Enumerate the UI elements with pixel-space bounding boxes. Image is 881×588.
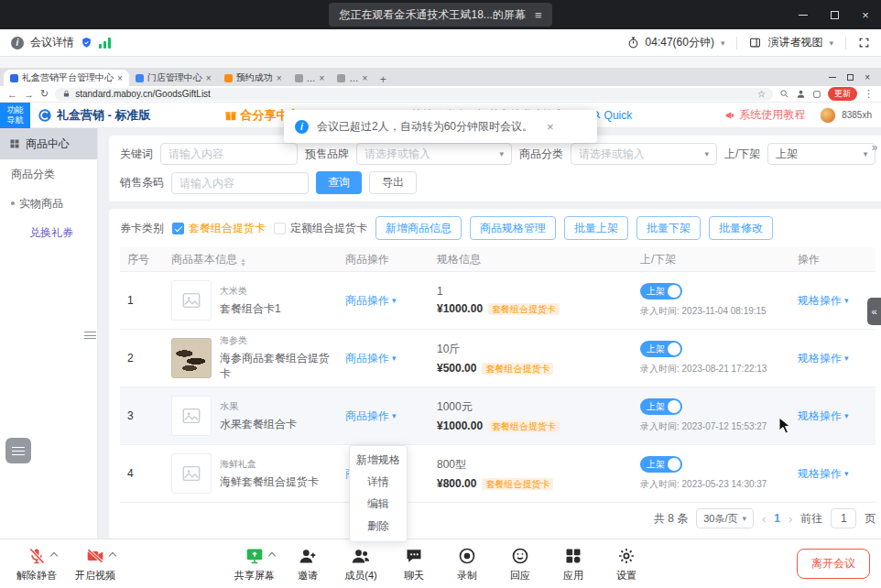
browser-minimize-button[interactable]: [829, 77, 836, 78]
checkbox-combo-card[interactable]: 套餐组合提货卡: [172, 221, 266, 236]
spec-operation-dropdown[interactable]: 规格操作▾: [798, 351, 849, 366]
spec-operation-dropdown[interactable]: 规格操作▾: [798, 293, 849, 309]
view-mode-label[interactable]: 演讲者视图: [767, 35, 822, 50]
meeting-detail-link[interactable]: 会议详情: [30, 35, 74, 50]
video-options-expander[interactable]: [109, 551, 116, 559]
search-button[interactable]: 查询: [316, 171, 362, 194]
bookmark-star-icon[interactable]: ☆: [757, 89, 766, 99]
leave-meeting-button[interactable]: 离开会议: [797, 549, 870, 579]
sidebar-item-gift-vouchers[interactable]: 兑换礼券: [0, 218, 97, 247]
browser-menu-icon[interactable]: ⋮: [864, 88, 874, 100]
maximize-button[interactable]: [819, 0, 850, 29]
barcode-input[interactable]: [171, 172, 309, 194]
members-button[interactable]: 成员(4): [335, 546, 386, 583]
menu-item-delete[interactable]: 删除: [350, 516, 407, 538]
browser-tab-active[interactable]: 礼盒营销平台管理中心 ×: [4, 70, 129, 86]
forward-button[interactable]: →: [24, 89, 34, 100]
toast-close-icon[interactable]: ×: [547, 120, 554, 134]
new-tab-button[interactable]: +: [375, 73, 390, 86]
extensions-icon[interactable]: [812, 90, 821, 99]
tab-close-icon[interactable]: ×: [277, 73, 282, 83]
current-page[interactable]: 1: [774, 512, 780, 525]
apps-button[interactable]: 应用: [548, 546, 599, 583]
unmute-button[interactable]: 解除静音: [11, 546, 62, 583]
profile-icon[interactable]: [796, 89, 806, 99]
sidebar-section-product-center[interactable]: 商品中心: [0, 128, 97, 159]
menu-item-detail[interactable]: 详情: [350, 472, 407, 494]
batch-on-shelf-button[interactable]: 批量上架: [564, 216, 628, 240]
minimize-button[interactable]: [788, 0, 819, 29]
browser-tab[interactable]: … ×: [288, 70, 332, 86]
tab-close-icon[interactable]: ×: [117, 73, 123, 83]
shelf-cell: 上架 录入时间: 2023-05-23 14:30:37: [633, 456, 790, 491]
back-button[interactable]: ←: [7, 89, 17, 100]
page-size-select[interactable]: 30条/页 ▾: [696, 508, 754, 528]
share-screen-button[interactable]: 共享屏幕: [229, 546, 280, 583]
refresh-button[interactable]: ↻: [40, 88, 49, 100]
spec-operation-dropdown[interactable]: 规格操作▾: [798, 408, 849, 424]
batch-off-shelf-button[interactable]: 批量下架: [636, 216, 701, 240]
add-product-button[interactable]: 新增商品信息: [375, 216, 462, 240]
fullscreen-icon[interactable]: [858, 37, 870, 49]
batch-edit-button[interactable]: 批量修改: [709, 216, 773, 240]
next-page-button[interactable]: ›: [789, 512, 792, 526]
tab-close-icon[interactable]: ×: [362, 73, 367, 83]
close-button[interactable]: ×: [850, 0, 881, 29]
spec-operation-dropdown[interactable]: 规格操作▾: [798, 466, 849, 482]
tutorial-link[interactable]: 系统使用教程: [724, 107, 805, 123]
sidebar-item-categories[interactable]: 商品分类: [0, 159, 97, 189]
prev-page-button[interactable]: ‹: [762, 512, 766, 526]
right-panel-handle[interactable]: «: [867, 298, 881, 325]
settings-button[interactable]: 设置: [601, 546, 652, 583]
zoom-icon[interactable]: [779, 89, 789, 99]
spec-manage-button[interactable]: 商品规格管理: [470, 216, 556, 240]
product-operation-dropdown[interactable]: 商品操作▾: [345, 351, 397, 366]
chat-button[interactable]: 聊天: [388, 546, 440, 583]
shelf-select[interactable]: 上架 ▾: [767, 143, 876, 165]
start-video-button[interactable]: 开启视频: [70, 546, 121, 583]
banner-menu-icon[interactable]: ≡: [535, 8, 542, 22]
invite-button[interactable]: 邀请: [282, 546, 333, 583]
mic-options-expander[interactable]: [50, 551, 58, 559]
checkbox-fixed-card[interactable]: 定额组合提货卡: [274, 221, 367, 236]
browser-tab[interactable]: … ×: [331, 70, 374, 86]
function-nav-button[interactable]: 功能 导航: [0, 103, 30, 128]
sidebar-collapse-handle[interactable]: [84, 332, 96, 339]
record-button[interactable]: 录制: [441, 546, 493, 583]
product-image-placeholder: [171, 280, 212, 321]
export-button[interactable]: 导出: [369, 171, 417, 194]
address-input[interactable]: standard.maboy.cn/GoodsGiftList ☆: [55, 88, 773, 101]
shelf-toggle[interactable]: 上架: [640, 398, 682, 415]
browser-update-badge[interactable]: 更新: [828, 87, 857, 101]
shelf-toggle[interactable]: 上架: [640, 456, 682, 473]
brand-select[interactable]: 请选择或输入 ▾: [356, 143, 512, 165]
table-row: 1 大米类套餐组合卡1 商品操作▾ 1 ¥1000.00套餐组合提货卡 上架: [120, 272, 876, 330]
browser-tab[interactable]: 预约成功 ×: [218, 70, 288, 86]
tab-close-icon[interactable]: ×: [320, 73, 325, 83]
header-info[interactable]: 商品基本信息▲▼: [164, 252, 338, 267]
browser-close-button[interactable]: ×: [865, 72, 870, 82]
menu-item-add-spec[interactable]: 新增规格: [350, 450, 407, 472]
avatar[interactable]: [820, 107, 836, 124]
tab-close-icon[interactable]: ×: [206, 73, 212, 83]
browser-tab[interactable]: 门店管理中心 ×: [129, 70, 218, 86]
view-dropdown-icon[interactable]: ▾: [829, 38, 833, 48]
share-options-expander[interactable]: [268, 551, 276, 559]
sidebar-item-physical-goods[interactable]: 实物商品: [0, 189, 97, 218]
shelf-toggle[interactable]: 上架: [640, 283, 682, 299]
menu-item-edit[interactable]: 编辑: [350, 494, 407, 516]
goto-page-input[interactable]: [831, 508, 856, 528]
keyword-input[interactable]: [160, 143, 298, 165]
sort-icon[interactable]: ▲▼: [240, 257, 246, 267]
shelf-toggle[interactable]: 上架: [640, 341, 682, 357]
floating-toolbar-widget[interactable]: [5, 438, 31, 463]
quick-search-link[interactable]: Quick: [592, 109, 633, 122]
timer-dropdown-icon[interactable]: ▾: [721, 38, 725, 48]
product-operation-dropdown-open[interactable]: 商品操作▾: [345, 408, 397, 424]
shelf-select-value: 上架: [776, 147, 798, 162]
browser-maximize-button[interactable]: [847, 74, 854, 81]
reaction-button[interactable]: 回应: [495, 546, 546, 583]
collapse-filters-icon[interactable]: »: [872, 141, 878, 154]
category-select[interactable]: 请选择或输入 ▾: [571, 143, 717, 165]
product-operation-dropdown[interactable]: 商品操作▾: [345, 293, 397, 309]
